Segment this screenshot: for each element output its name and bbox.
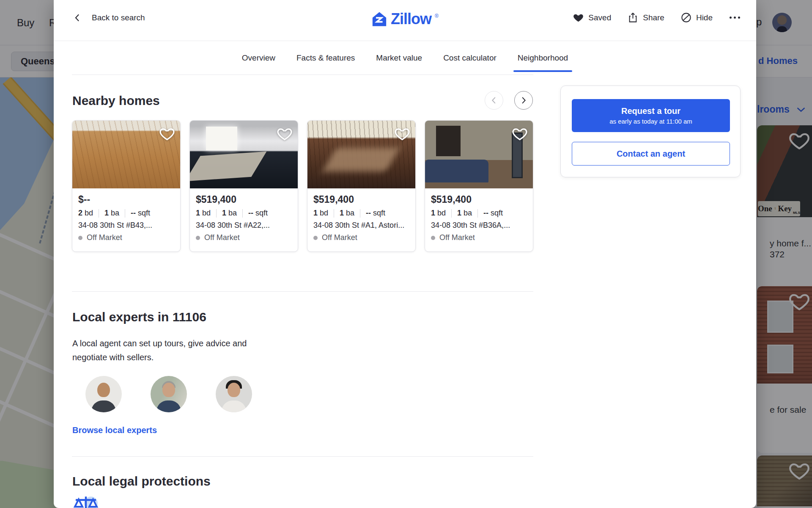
specs: 2bd 1ba --sqft [78,209,174,218]
specs: 1bd 1ba --sqft [313,209,409,218]
agent-avatar[interactable] [216,376,252,412]
agent-avatar[interactable] [151,376,187,412]
favorite-icon[interactable] [394,126,410,142]
address: 34-08 30th St #A22,... [196,221,292,230]
tab-cost-calculator[interactable]: Cost calculator [442,41,497,75]
address: 34-08 30th St #B43,... [78,221,174,230]
agent-avatar[interactable] [85,376,122,412]
status: Off Market [78,233,174,242]
modal-actions: Saved Share Hide [573,12,741,23]
price: $-- [78,194,174,205]
tab-facts-features[interactable]: Facts & features [296,41,356,75]
share-button[interactable]: Share [627,12,664,23]
zillow-house-icon [371,11,387,27]
local-experts-title: Local experts in 11106 [72,310,206,324]
scales-of-justice-icon [72,495,99,508]
tab-overview[interactable]: Overview [241,41,276,75]
nearby-home-card[interactable]: $519,400 1bd 1ba --sqft 34-08 30th St #A… [189,120,298,252]
more-options-icon[interactable] [729,14,741,21]
tab-market-value[interactable]: Market value [375,41,423,75]
property-photo [307,121,415,188]
tour-cta-panel: Request a tour as early as today at 11:0… [560,86,741,177]
local-experts-description: A local agent can set up tours, give adv… [72,337,247,364]
address: 34-08 30th St #B36A,... [431,221,527,230]
specs: 1bd 1ba --sqft [431,209,527,218]
property-photo [72,121,180,188]
address: 34-08 30th St #A1, Astori... [313,221,409,230]
price: $519,400 [196,194,292,205]
nearby-home-card[interactable]: $519,400 1bd 1ba --sqft 34-08 30th St #B… [425,120,533,252]
section-divider [72,456,533,457]
saved-button[interactable]: Saved [573,12,611,23]
property-detail-modal: Back to search Zillow ® Saved Share Hide… [54,0,756,508]
contact-agent-button[interactable]: Contact an agent [572,142,730,166]
request-tour-button[interactable]: Request a tour as early as today at 11:0… [572,99,730,132]
nearby-home-card[interactable]: $519,400 1bd 1ba --sqft 34-08 30th St #A… [307,120,416,252]
price: $519,400 [313,194,409,205]
zillow-wordmark: Zillow [391,10,431,28]
tab-neighborhood[interactable]: Neighborhood [517,41,569,75]
status-dot [313,236,318,240]
chevron-right-icon [519,96,528,105]
status-dot [431,236,435,240]
detail-tabs: Overview Facts & features Market value C… [54,41,756,75]
status: Off Market [313,233,409,242]
registered-mark: ® [435,13,439,19]
local-legal-protections-title: Local legal protections [72,474,211,489]
hide-button[interactable]: Hide [680,12,713,23]
status: Off Market [196,233,292,242]
nearby-home-card[interactable]: $-- 2bd 1ba --sqft 34-08 30th St #B43,..… [72,120,181,252]
modal-header: Back to search Zillow ® Saved Share Hide [54,0,756,41]
favorite-icon[interactable] [159,126,175,142]
nearby-homes-title: Nearby homes [72,94,160,108]
heart-filled-icon [573,12,584,23]
favorite-icon[interactable] [277,126,293,142]
section-divider [72,291,533,292]
status: Off Market [431,233,527,242]
property-photo [190,121,298,188]
favorite-icon[interactable] [512,126,528,142]
price: $519,400 [431,194,527,205]
specs: 1bd 1ba --sqft [196,209,292,218]
section-divider [72,75,533,75]
chevron-left-icon [489,96,499,105]
status-dot [196,236,200,240]
share-icon [627,12,639,23]
carousel-prev-button[interactable] [485,91,503,110]
agent-avatars [85,376,252,412]
status-dot [78,236,82,240]
browse-local-experts-link[interactable]: Browse local experts [72,425,157,435]
carousel-next-button[interactable] [514,91,533,110]
hide-icon [680,12,692,23]
property-photo [425,121,533,188]
